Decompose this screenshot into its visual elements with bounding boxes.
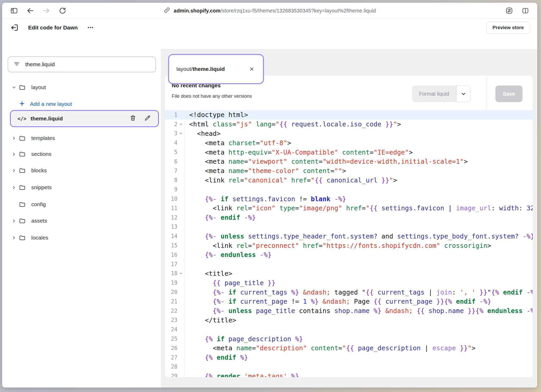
code-line[interactable]: 5 <meta http-equiv="X-UA-Compatible" con…: [165, 148, 533, 157]
app-header: Edit code for Dawn ••• Preview store: [2, 19, 537, 36]
code-line[interactable]: 27 {% endif %}: [165, 353, 533, 362]
code-text: {% if page_description %}: [185, 335, 303, 343]
code-text: <html class="js" lang="{{ request.locale…: [185, 120, 401, 128]
line-number: 29: [165, 373, 177, 377]
fold-chevron-icon[interactable]: [177, 129, 185, 138]
chevron-right-icon[interactable]: [9, 152, 19, 157]
folder-icon: [19, 217, 31, 224]
line-number: 19: [165, 280, 177, 286]
format-options-dropdown[interactable]: [456, 85, 471, 102]
code-line[interactable]: 16 {%- endunless -%}: [165, 250, 533, 260]
code-line[interactable]: 21 {%- if current_page != 1 %} &ndash; P…: [165, 297, 533, 306]
code-line[interactable]: 18 <title>: [165, 269, 533, 278]
back-button-icon[interactable]: [26, 6, 35, 15]
code-line[interactable]: 26 <meta name="description" content="{{ …: [165, 344, 533, 353]
rename-file-icon[interactable]: [144, 115, 151, 123]
sidebar-item-sections[interactable]: sections: [9, 148, 51, 160]
add-new-layout-link[interactable]: Add a new layout: [19, 98, 72, 110]
sidebar-item-theme-liquid[interactable]: </> theme.liquid: [12, 112, 157, 125]
url-path: /store/rzq1xu-f5/themes/132683530345?key…: [220, 8, 376, 14]
save-button[interactable]: Save: [495, 85, 522, 102]
version-status-subtitle: File does not have any other versions: [172, 93, 252, 99]
sidebar-item-locales[interactable]: locales: [9, 232, 48, 243]
code-line[interactable]: 22 {%- unless page_title contains shop.n…: [165, 306, 533, 316]
code-text: <meta charset="utf-8">: [185, 139, 291, 147]
sidebar-item-config[interactable]: config: [9, 199, 46, 210]
code-line[interactable]: 25 {% if page_description %}: [165, 334, 533, 344]
code-line[interactable]: 12 {%- endif -%}: [165, 213, 533, 222]
chevron-right-icon[interactable]: [9, 218, 19, 223]
chevron-right-icon[interactable]: [9, 136, 19, 141]
chevron-down-icon[interactable]: [9, 85, 19, 90]
code-line[interactable]: 23 </title>: [165, 316, 533, 325]
chevron-right-icon[interactable]: [9, 185, 19, 190]
fold-gutter: [177, 278, 185, 287]
sidebar-item-layout[interactable]: layout: [9, 82, 46, 93]
folder-icon: [19, 151, 31, 158]
forward-button-icon[interactable]: [42, 6, 51, 15]
fold-chevron-icon[interactable]: [177, 269, 185, 278]
code-line[interactable]: 8 <link rel="canonical" href="{{ canonic…: [165, 176, 533, 185]
code-text: <link rel="canonical" href="{{ canonical…: [185, 176, 397, 184]
file-search-box[interactable]: [8, 57, 156, 72]
code-editor[interactable]: 1<!doctype html>2<html class="js" lang="…: [165, 110, 533, 377]
tab-layout-theme-liquid[interactable]: layout/theme.liquid: [176, 66, 225, 72]
code-line[interactable]: 13: [165, 222, 533, 232]
selected-file-ring: </> theme.liquid: [10, 110, 159, 127]
code-line[interactable]: 14 {%- unless settings.type_header_font.…: [165, 231, 533, 241]
exit-editor-icon[interactable]: [9, 22, 20, 33]
browser-settings-icon[interactable]: [505, 6, 514, 15]
line-number: 3: [165, 130, 177, 137]
code-line[interactable]: 4 <meta charset="utf-8">: [165, 138, 533, 148]
line-number: 2: [165, 121, 177, 127]
code-line[interactable]: 7 <meta name="theme-color" content="">: [165, 166, 533, 176]
search-input[interactable]: [25, 61, 150, 68]
fold-chevron-icon[interactable]: [177, 120, 185, 129]
fold-gutter: [177, 334, 185, 344]
line-number: 27: [165, 354, 177, 361]
line-number: 28: [165, 364, 177, 370]
sidebar-item-blocks[interactable]: blocks: [9, 165, 47, 176]
line-number: 17: [165, 261, 177, 267]
sidebar-item-snippets[interactable]: snippets: [9, 182, 52, 193]
sidebar-item-templates[interactable]: templates: [9, 132, 55, 144]
code-line[interactable]: 29 {% render 'meta-tags' %}: [165, 371, 533, 377]
split-view-icon[interactable]: [521, 6, 530, 15]
code-line[interactable]: 24: [165, 325, 533, 334]
code-line[interactable]: 9: [165, 185, 533, 194]
sidebar-toggle-icon[interactable]: [9, 6, 19, 15]
code-line[interactable]: 1<!doctype html>: [165, 110, 533, 120]
fold-gutter: [177, 260, 185, 269]
format-liquid-label[interactable]: Format liquid: [412, 85, 456, 102]
folder-label: blocks: [31, 167, 47, 174]
code-line[interactable]: 19 {{ page_title }}: [165, 278, 533, 287]
code-line[interactable]: 6 <meta name="viewport" content="width=d…: [165, 157, 533, 166]
code-text: {%- if settings.favicon != blank -%}: [185, 195, 346, 203]
code-line[interactable]: 10 {%- if settings.favicon != blank -%}: [165, 194, 533, 204]
url-text: admin.shopify.com/store/rzq1xu-f5/themes…: [174, 8, 376, 14]
chevron-right-icon[interactable]: [9, 168, 19, 173]
code-text: <meta name="theme-color" content="">: [185, 167, 346, 175]
fold-gutter: [177, 157, 185, 166]
chevron-right-icon[interactable]: [9, 235, 19, 240]
format-liquid-button[interactable]: Format liquid: [412, 85, 471, 102]
page-title: Edit code for Dawn: [28, 24, 78, 31]
code-line[interactable]: 2<html class="js" lang="{{ request.local…: [165, 120, 533, 129]
sidebar-item-assets[interactable]: assets: [9, 215, 47, 226]
line-number: 7: [165, 168, 177, 174]
editor-panel: No recent changes File does not have any…: [165, 76, 533, 377]
code-line[interactable]: 28: [165, 362, 533, 372]
address-bar[interactable]: admin.shopify.com/store/rzq1xu-f5/themes…: [164, 3, 376, 19]
code-line[interactable]: 11 <link rel="icon" type="image/png" hre…: [165, 204, 533, 213]
overflow-menu-button[interactable]: •••: [88, 25, 94, 30]
line-number: 26: [165, 345, 177, 351]
code-line[interactable]: 15 <link rel="preconnect" href="https://…: [165, 241, 533, 250]
fold-gutter: [177, 362, 185, 372]
code-line[interactable]: 17: [165, 260, 533, 269]
code-line[interactable]: 3 <head>: [165, 129, 533, 138]
code-line[interactable]: 20 {%- if current_tags %} &ndash; tagged…: [165, 287, 533, 297]
reload-button-icon[interactable]: [58, 6, 67, 15]
preview-store-button[interactable]: Preview store: [486, 22, 530, 34]
delete-file-icon[interactable]: [130, 115, 136, 123]
close-tab-icon[interactable]: [248, 65, 256, 73]
